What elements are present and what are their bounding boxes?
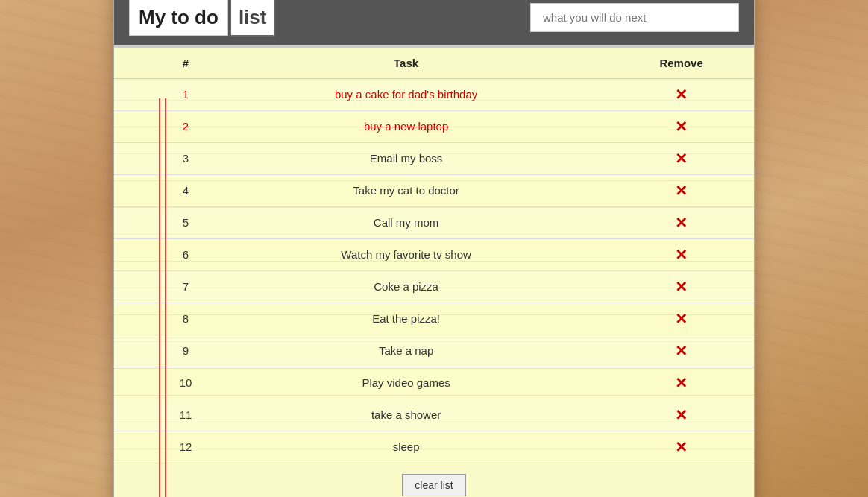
row-num: 9: [114, 335, 204, 367]
todo-table-wrapper: # Task Remove 1buy a cake for dad's birt…: [114, 45, 754, 498]
todo-table: # Task Remove 1buy a cake for dad's birt…: [114, 47, 754, 498]
remove-button[interactable]: ✕: [672, 406, 691, 424]
table-row: 2buy a new laptop✕: [114, 110, 754, 142]
table-row: 6Watch my favorite tv show✕: [114, 238, 754, 270]
table-row: 3Email my boss✕: [114, 142, 754, 174]
remove-button[interactable]: ✕: [672, 214, 691, 232]
table-footer: clear list: [114, 463, 754, 497]
remove-button[interactable]: ✕: [672, 278, 691, 296]
header-title: My to do list: [129, 0, 275, 37]
remove-icon: ✕: [675, 438, 688, 456]
footer-row: clear list: [114, 463, 754, 497]
row-remove-cell: ✕: [608, 367, 754, 399]
table-row: 7Coke a pizza✕: [114, 270, 754, 303]
col-header-num: #: [114, 47, 204, 78]
app-container: My to do list # Task Remove 1buy: [113, 0, 755, 497]
row-task: sleep: [204, 431, 608, 463]
remove-icon: ✕: [675, 278, 688, 296]
task-tbody: 1buy a cake for dad's birthday✕2buy a ne…: [114, 78, 754, 463]
remove-button[interactable]: ✕: [672, 86, 691, 104]
row-num: 8: [114, 303, 204, 335]
clear-list-button[interactable]: clear list: [402, 474, 465, 496]
row-num: 7: [114, 270, 204, 303]
remove-icon: ✕: [675, 182, 688, 200]
row-num: 12: [114, 431, 204, 463]
row-remove-cell: ✕: [608, 78, 754, 110]
remove-icon: ✕: [675, 118, 688, 136]
remove-button[interactable]: ✕: [672, 118, 691, 136]
row-task: Eat the pizza!: [204, 303, 608, 335]
title-list: list: [230, 0, 276, 37]
col-header-remove: Remove: [608, 47, 754, 78]
table-row: 12sleep✕: [114, 431, 754, 463]
remove-button[interactable]: ✕: [672, 150, 691, 168]
row-remove-cell: ✕: [608, 399, 754, 431]
row-num: 6: [114, 238, 204, 270]
remove-button[interactable]: ✕: [672, 246, 691, 264]
row-remove-cell: ✕: [608, 238, 754, 270]
row-num: 11: [114, 399, 204, 431]
new-task-input[interactable]: [530, 3, 739, 32]
row-task: Watch my favorite tv show: [204, 238, 608, 270]
row-task: Email my boss: [204, 142, 608, 174]
row-num: 1: [114, 78, 204, 110]
row-remove-cell: ✕: [608, 335, 754, 367]
row-task: buy a cake for dad's birthday: [204, 78, 608, 110]
title-my-to-do: My to do: [129, 0, 228, 36]
remove-button[interactable]: ✕: [672, 374, 691, 392]
row-remove-cell: ✕: [608, 206, 754, 238]
row-remove-cell: ✕: [608, 303, 754, 335]
table-row: 11take a shower✕: [114, 399, 754, 431]
row-remove-cell: ✕: [608, 270, 754, 303]
remove-button[interactable]: ✕: [672, 438, 691, 456]
table-row: 10Play video games✕: [114, 367, 754, 399]
col-header-task: Task: [204, 47, 608, 78]
table-row: 9Take a nap✕: [114, 335, 754, 367]
row-task: Call my mom: [204, 206, 608, 238]
remove-icon: ✕: [675, 86, 688, 104]
row-task: take a shower: [204, 399, 608, 431]
row-num: 4: [114, 174, 204, 206]
remove-icon: ✕: [675, 214, 688, 232]
remove-button[interactable]: ✕: [672, 182, 691, 200]
remove-button[interactable]: ✕: [672, 310, 691, 328]
app-header: My to do list: [114, 0, 754, 45]
table-row: 1buy a cake for dad's birthday✕: [114, 78, 754, 110]
remove-icon: ✕: [675, 374, 688, 392]
remove-icon: ✕: [675, 310, 688, 328]
row-remove-cell: ✕: [608, 431, 754, 463]
row-num: 3: [114, 142, 204, 174]
remove-icon: ✕: [675, 406, 688, 424]
footer-cell: clear list: [114, 463, 754, 497]
table-area: # Task Remove 1buy a cake for dad's birt…: [114, 45, 754, 498]
table-row: 4Take my cat to doctor✕: [114, 174, 754, 206]
row-task: Take my cat to doctor: [204, 174, 608, 206]
row-task: Take a nap: [204, 335, 608, 367]
table-row: 8Eat the pizza!✕: [114, 303, 754, 335]
table-row: 5Call my mom✕: [114, 206, 754, 238]
remove-button[interactable]: ✕: [672, 342, 691, 360]
row-remove-cell: ✕: [608, 142, 754, 174]
row-num: 2: [114, 110, 204, 142]
remove-icon: ✕: [675, 150, 688, 168]
row-task: Coke a pizza: [204, 270, 608, 303]
row-remove-cell: ✕: [608, 174, 754, 206]
row-num: 5: [114, 206, 204, 238]
row-num: 10: [114, 367, 204, 399]
remove-icon: ✕: [675, 246, 688, 264]
row-task: Play video games: [204, 367, 608, 399]
remove-icon: ✕: [675, 342, 688, 360]
table-header: # Task Remove: [114, 47, 754, 78]
row-task: buy a new laptop: [204, 110, 608, 142]
row-remove-cell: ✕: [608, 110, 754, 142]
